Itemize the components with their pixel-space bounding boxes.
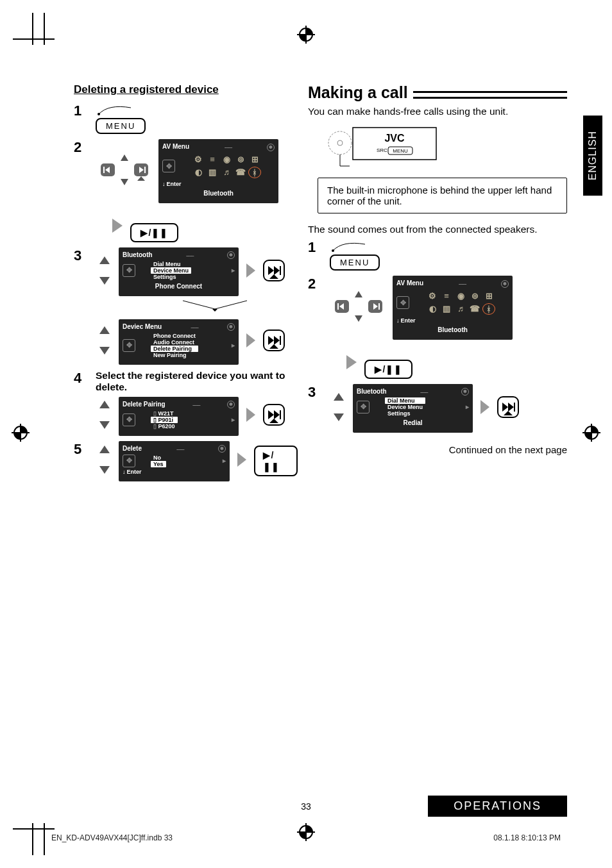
crop-mark [13, 38, 55, 40]
menu-button[interactable]: MENU [96, 118, 146, 134]
next-track-button[interactable] [497, 396, 519, 421]
list-item: Dial Menu [151, 261, 191, 267]
menu-icon-grid: ⚙≡◉⊚⊞ ◐▥♬☎ᚼ [192, 154, 275, 178]
content-area: Deleting a registered device 1 MENU 2 [74, 83, 567, 772]
svg-marker-23 [212, 309, 217, 312]
svg-marker-20 [274, 266, 280, 275]
step-3: 3 Bluetooth-------✽ ✥ Dial Menu Device M… [74, 247, 295, 365]
up-down-icon[interactable] [96, 322, 114, 361]
svg-marker-58 [334, 413, 344, 421]
list-item: Device Menu [151, 267, 191, 274]
svg-marker-59 [480, 400, 489, 414]
registration-mark-icon [297, 26, 315, 46]
list-item: Device Menu [385, 404, 425, 410]
list-item: Dial Menu [385, 397, 425, 404]
up-down-icon[interactable] [330, 389, 348, 428]
sound-text: The sound comes out from the connected s… [308, 224, 567, 235]
flow-arrow-icon [134, 299, 295, 314]
svg-rect-52 [337, 303, 339, 310]
play-arrow-icon [478, 397, 492, 419]
continued-text: Continued on the next page [308, 444, 567, 455]
svg-rect-9 [103, 167, 105, 173]
cross-nav-icon: ✥ [162, 160, 175, 172]
svg-marker-36 [268, 410, 274, 419]
step-5: 5 Delete-------✽ ✥ No Yes [74, 441, 295, 481]
title-bar [413, 91, 567, 99]
menu-icon-grid: ⚙≡◉⊚⊞ ◐▥♬☎ᚼ [426, 290, 509, 315]
svg-marker-13 [137, 176, 145, 181]
bluetooth-icon: ᚼ [248, 167, 261, 178]
screen-title: AV Menu [396, 280, 423, 287]
page: Deleting a registered device 1 MENU 2 [0, 0, 612, 868]
screen-caption: Redial [357, 419, 469, 426]
operations-bar: OPERATIONS [428, 796, 567, 817]
play-arrow-icon [343, 363, 362, 374]
registration-mark-icon [582, 424, 600, 444]
nav-dpad-icon[interactable] [96, 152, 153, 190]
svg-marker-42 [237, 453, 246, 467]
cross-nav-icon: ✥ [123, 264, 135, 277]
step-number: 2 [308, 276, 322, 292]
av-menu-screen: AV Menu-------✽ ✥ ⚙≡◉⊚⊞ ◐▥♬☎ᚼ [158, 139, 278, 203]
list-item: ▯ P901i [151, 417, 178, 423]
bluetooth-menu-screen: Bluetooth-------✽ ✥ Dial Menu Device Men… [119, 247, 239, 296]
menu-button[interactable]: MENU [330, 255, 380, 271]
step-number: 3 [74, 247, 88, 264]
svg-rect-38 [280, 410, 281, 419]
step-number: 1 [74, 103, 88, 119]
step-2: 2 AV Menu-------✽ [74, 139, 295, 242]
play-arrow-icon [235, 450, 249, 472]
play-pause-button[interactable]: ▶/❚❚ [130, 223, 178, 242]
svg-marker-29 [274, 336, 280, 345]
making-call-heading: Making a call [308, 83, 567, 102]
screen-caption: Bluetooth [162, 190, 275, 197]
up-down-icon[interactable] [96, 397, 114, 435]
screen-title: Delete [123, 445, 142, 452]
step-2: 2 AV Menu-------✽ [308, 276, 567, 379]
screen-title: Bluetooth [123, 251, 153, 258]
imprint-left: EN_KD-ADV49AVX44[JC]ff.indb 33 [51, 833, 173, 842]
svg-rect-63 [514, 403, 515, 412]
svg-marker-28 [268, 336, 274, 345]
jvc-logo: JVC [384, 133, 405, 144]
nav-dpad-icon[interactable] [330, 288, 387, 327]
svg-rect-12 [144, 167, 146, 173]
cross-nav-icon: ✥ [123, 413, 135, 426]
step-number: 4 [74, 370, 88, 387]
play-pause-button[interactable]: ▶/❚❚ [254, 446, 298, 476]
svg-marker-15 [99, 256, 110, 264]
cross-nav-icon: ✥ [123, 455, 135, 467]
screen-caption: Bluetooth [396, 326, 509, 333]
svg-marker-16 [99, 277, 110, 285]
play-arrow-icon [244, 331, 258, 353]
step-1: 1 MENU [74, 103, 295, 134]
enter-label: Enter [167, 181, 182, 187]
svg-marker-24 [99, 326, 110, 334]
step-4: 4 Select the registered device you want … [74, 370, 295, 436]
microphone-callout: The built-in microphone is behind the up… [318, 178, 567, 213]
up-down-icon[interactable] [96, 253, 114, 291]
svg-point-47 [332, 249, 334, 252]
svg-marker-64 [504, 411, 513, 415]
svg-marker-19 [268, 266, 274, 275]
screen-caption: Phone Connect [123, 283, 235, 290]
svg-marker-41 [99, 466, 110, 474]
step-number: 5 [74, 441, 88, 458]
svg-marker-14 [112, 219, 123, 233]
screen-title: Bluetooth [357, 388, 387, 395]
step-instruction: Select the registered device you want to… [96, 370, 295, 393]
imprint-right: 08.1.18 8:10:13 PM [493, 833, 561, 842]
unit-diagram: JVC SRC MENU [324, 124, 567, 171]
next-track-button[interactable] [263, 330, 285, 354]
svg-marker-49 [355, 315, 362, 322]
up-down-icon[interactable] [96, 442, 114, 480]
play-pause-button[interactable]: ▶/❚❚ [364, 360, 412, 379]
next-track-button[interactable] [263, 260, 285, 284]
next-track-button[interactable] [263, 404, 285, 428]
deleting-heading: Deleting a registered device [74, 83, 295, 96]
list-item: Yes [151, 461, 166, 467]
list-item: Delete Pairing [151, 346, 198, 352]
svg-marker-32 [99, 401, 110, 408]
list-item: New Pairing [151, 352, 198, 358]
play-arrow-icon [244, 405, 258, 427]
